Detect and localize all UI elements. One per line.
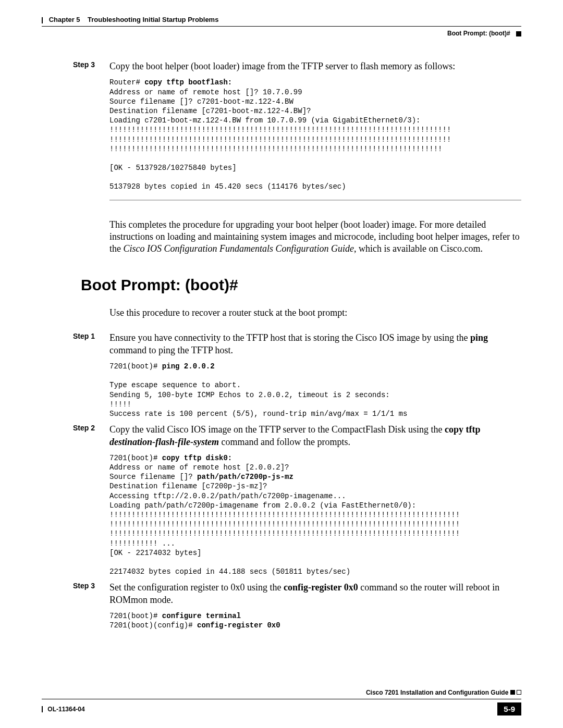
page-number: 5-9 xyxy=(497,702,521,715)
chapter-number: Chapter 5 xyxy=(49,16,80,23)
section-intro: Use this procedure to recover a router s… xyxy=(109,307,521,319)
footer-doc-id: OL-11364-04 xyxy=(47,706,84,713)
footer-square-open xyxy=(517,690,521,695)
code-block-step1: 7201(boot)# ping 2.0.0.2 Type escape seq… xyxy=(109,362,521,418)
step-2: Step 2 Copy the valid Cisco IOS image on… xyxy=(109,424,521,448)
step-text: Ensure you have connectivity to the TFTP… xyxy=(109,332,521,356)
footer-square-filled xyxy=(510,690,515,695)
code-block-step3b: 7201(boot)# configure terminal 7201(boot… xyxy=(109,611,521,630)
section-title: Boot Prompt: (boot)# xyxy=(81,276,521,294)
page-header: Chapter 5 Troubleshooting Initial Startu… xyxy=(42,15,521,27)
closing-paragraph: This completes the procedure for upgradi… xyxy=(109,219,521,255)
step-label: Step 2 xyxy=(73,424,109,448)
step-3: Step 3 Copy the boot helper (boot loader… xyxy=(109,60,521,72)
step-label: Step 1 xyxy=(73,332,109,356)
code-block-step2: 7201(boot)# copy tftp disk0: Address or … xyxy=(109,453,521,576)
step-3b: Step 3 Set the configuration register to… xyxy=(109,582,521,606)
step-label: Step 3 xyxy=(73,60,109,72)
page-footer: Cisco 7201 Installation and Configuratio… xyxy=(42,699,521,715)
step-text: Copy the valid Cisco IOS image on the TF… xyxy=(109,424,521,448)
step-text: Set the configuration register to 0x0 us… xyxy=(109,582,521,606)
header-section-right: Boot Prompt: (boot)# xyxy=(42,30,521,37)
chapter-title: Troubleshooting Initial Startup Problems xyxy=(88,16,218,23)
code-block-step3a: Router# copy tftp bootflash: Address or … xyxy=(109,78,521,191)
step-text: Copy the boot helper (boot loader) image… xyxy=(109,60,455,72)
footer-doc-title: Cisco 7201 Installation and Configuratio… xyxy=(366,689,521,696)
separator xyxy=(109,200,521,201)
step-label: Step 3 xyxy=(73,582,109,606)
step-1: Step 1 Ensure you have connectivity to t… xyxy=(109,332,521,356)
header-square-marker xyxy=(516,31,521,36)
